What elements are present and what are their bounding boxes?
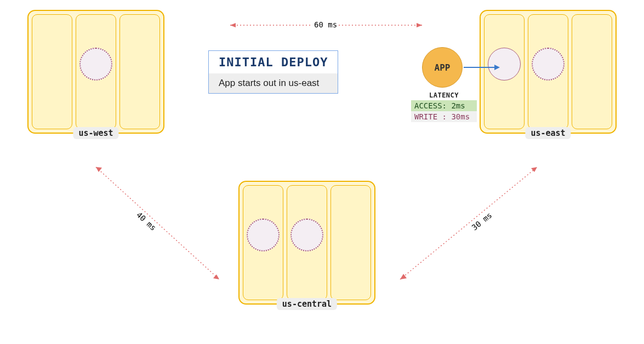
info-card: INITIAL DEPLOY App starts out in us-east [208, 50, 338, 94]
latency-arrow-left [96, 167, 219, 279]
latency-panel: LATENCY ACCESS: 2ms WRITE : 30ms [411, 90, 477, 122]
region-us-east: us-east [480, 10, 617, 134]
app-node: APP [422, 47, 463, 88]
info-title: INITIAL DEPLOY [209, 51, 338, 73]
arrowhead-icon [230, 23, 236, 27]
region-us-west: us-west [27, 10, 164, 134]
replica-node-icon [79, 48, 112, 81]
latency-label-right: 30 ms [469, 210, 494, 233]
region-us-central: us-central [238, 181, 375, 305]
latency-label-top: 60 ms [312, 20, 339, 29]
arrowhead-icon [400, 274, 407, 279]
region-column [287, 185, 327, 300]
region-label-central: us-central [277, 298, 337, 310]
region-column [572, 14, 612, 129]
arrowhead-icon [417, 23, 422, 27]
replica-node-icon [290, 219, 323, 251]
latency-header: LATENCY [411, 90, 477, 100]
arrowhead-icon [531, 167, 537, 172]
latency-label-left: 40 ms [134, 209, 159, 233]
info-subtitle: App starts out in us-east [209, 73, 338, 93]
arrowhead-icon [213, 274, 219, 279]
replica-node-icon [532, 48, 565, 81]
latency-write: WRITE : 30ms [411, 111, 477, 122]
region-column [119, 14, 160, 129]
arrowhead-icon [96, 167, 102, 172]
latency-arrow-right [400, 167, 537, 279]
region-column [484, 14, 525, 129]
region-column [330, 185, 371, 300]
region-column [243, 185, 283, 300]
region-label-west: us-west [73, 127, 118, 139]
region-column [76, 14, 116, 129]
latency-access: ACCESS: 2ms [411, 100, 477, 111]
replica-leader-icon [488, 48, 521, 81]
region-column [528, 14, 568, 129]
app-label: APP [435, 62, 451, 73]
replica-node-icon [247, 219, 280, 251]
region-label-east: us-east [525, 127, 571, 139]
region-column [32, 14, 72, 129]
